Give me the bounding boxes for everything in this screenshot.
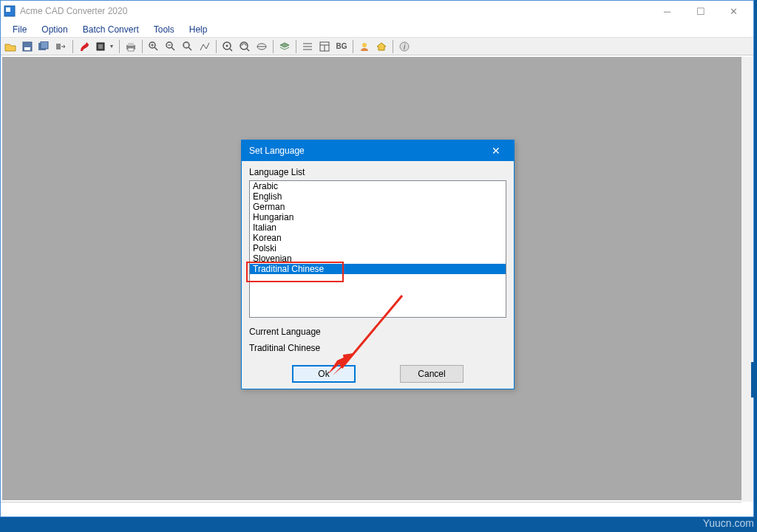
svg-point-23 (226, 44, 228, 47)
language-listbox[interactable]: ArabicEnglishGermanHungarianItalianKorea… (249, 180, 506, 318)
titlebar-text: Acme CAD Converter 2020 (20, 6, 651, 16)
svg-rect-21 (184, 43, 189, 47)
language-option[interactable]: Korean (250, 233, 506, 243)
menu-file[interactable]: File (5, 23, 34, 36)
toolbar-separator (296, 40, 296, 53)
list-icon[interactable] (299, 39, 316, 54)
menubar: File Option Batch Convert Tools Help (1, 21, 753, 38)
bg-icon[interactable]: BG (333, 39, 350, 54)
current-language-value: Traditinal Chinese (249, 343, 506, 353)
save-icon[interactable] (19, 39, 35, 54)
watermark-text: Yuucn.com (703, 517, 754, 529)
info-icon[interactable]: i (396, 39, 413, 54)
set-language-dialog: Set Language ✕ Language List ArabicEngli… (241, 140, 515, 389)
cancel-button[interactable]: Cancel (400, 365, 464, 383)
dialog-title: Set Language (249, 146, 486, 156)
svg-point-35 (362, 43, 367, 47)
desktop-edge (751, 362, 757, 398)
rotate-icon[interactable] (237, 39, 253, 54)
svg-rect-1 (6, 7, 10, 12)
svg-line-20 (189, 47, 191, 50)
svg-line-24 (230, 49, 232, 51)
svg-rect-10 (128, 43, 134, 46)
current-language-label: Current Language (249, 327, 506, 337)
statusbar (1, 502, 741, 516)
svg-line-26 (247, 49, 249, 51)
toolbar-separator (216, 40, 217, 53)
zoom-window-icon[interactable] (180, 39, 196, 54)
zoom-extents-icon[interactable] (197, 39, 213, 54)
close-button[interactable]: ✕ (717, 1, 750, 21)
toolbar-separator (353, 40, 353, 53)
minimize-button[interactable]: ─ (651, 1, 684, 21)
dialog-body: Language List ArabicEnglishGermanHungari… (242, 161, 514, 389)
language-list-label: Language List (249, 167, 506, 177)
layers-icon[interactable] (276, 39, 293, 54)
menu-help[interactable]: Help (182, 23, 215, 36)
print-icon[interactable] (123, 39, 139, 54)
pan-icon[interactable] (220, 39, 236, 54)
toolbar: ▾ BG i (1, 38, 753, 55)
convert-icon[interactable] (53, 39, 69, 54)
home-icon[interactable] (373, 39, 390, 54)
menu-tools[interactable]: Tools (146, 23, 182, 36)
toolbar-separator (72, 40, 73, 53)
save-all-icon[interactable] (36, 39, 52, 54)
view3d-icon[interactable] (254, 39, 270, 54)
svg-rect-6 (56, 44, 61, 50)
menu-batch-convert[interactable]: Batch Convert (75, 23, 146, 36)
language-option[interactable]: Polski (250, 243, 506, 253)
dropdown-icon[interactable]: ▾ (110, 43, 116, 50)
svg-line-13 (155, 47, 157, 50)
language-option[interactable]: English (250, 191, 506, 202)
pdf-icon[interactable] (76, 39, 92, 54)
maximize-button[interactable]: ☐ (684, 1, 717, 21)
svg-rect-5 (41, 41, 48, 49)
zoom-in-icon[interactable] (146, 39, 162, 54)
dialog-titlebar[interactable]: Set Language ✕ (242, 140, 514, 161)
toolbar-separator (119, 40, 120, 53)
window-controls: ─ ☐ ✕ (651, 1, 750, 21)
menu-option[interactable]: Option (34, 23, 75, 36)
dialog-buttons: Ok Cancel (249, 365, 506, 383)
ok-button[interactable]: Ok (292, 365, 356, 383)
vertical-scrollbar[interactable] (741, 57, 753, 502)
svg-rect-8 (98, 44, 103, 49)
language-option[interactable]: Arabic (250, 181, 506, 191)
language-option[interactable]: Slovenian (250, 253, 506, 264)
svg-rect-3 (24, 47, 30, 50)
open-icon[interactable] (2, 39, 18, 54)
language-option[interactable]: German (250, 202, 506, 212)
zoom-out-icon[interactable] (163, 39, 179, 54)
titlebar: Acme CAD Converter 2020 ─ ☐ ✕ (1, 1, 753, 21)
toolbar-separator (142, 40, 143, 53)
user-icon[interactable] (356, 39, 373, 54)
properties-icon[interactable] (316, 39, 333, 54)
svg-line-17 (172, 47, 174, 50)
svg-rect-11 (128, 48, 134, 51)
language-option[interactable]: Traditinal Chinese (250, 264, 506, 274)
dwg-icon[interactable] (93, 39, 109, 54)
app-icon (4, 5, 16, 17)
toolbar-separator (273, 40, 274, 53)
language-option[interactable]: Hungarian (250, 212, 506, 222)
dialog-close-icon[interactable]: ✕ (486, 145, 506, 157)
language-option[interactable]: Italian (250, 222, 506, 233)
toolbar-separator (393, 40, 393, 53)
